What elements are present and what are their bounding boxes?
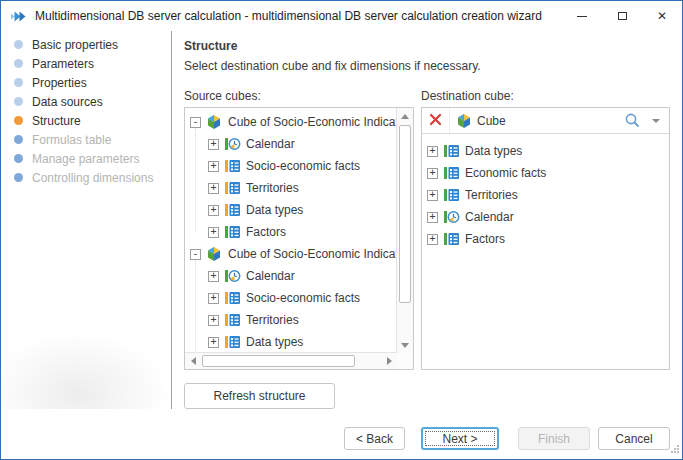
tree-item[interactable]: +Factors <box>422 228 669 250</box>
tree-item[interactable]: +Calendar <box>185 133 397 155</box>
sidebar-divider <box>171 31 172 409</box>
tree-item-label: Data types <box>246 335 303 349</box>
tree-item[interactable]: +Territories <box>185 177 397 199</box>
tree-item[interactable]: +Data types <box>185 199 397 221</box>
tree-item-label: Factors <box>465 232 505 246</box>
expand-toggle[interactable]: + <box>427 190 438 201</box>
calendar-dimension-icon <box>443 209 460 225</box>
dimension-icon <box>224 224 241 240</box>
sidebar-item-parameters[interactable]: Parameters <box>1 54 171 73</box>
close-button[interactable]: ✕ <box>642 1 682 31</box>
maximize-icon <box>618 12 627 20</box>
cube-icon <box>456 113 472 129</box>
cancel-button[interactable]: Cancel <box>598 427 670 450</box>
expand-toggle[interactable]: + <box>427 146 438 157</box>
back-button[interactable]: < Back <box>344 427 405 450</box>
sidebar-item-structure[interactable]: Structure <box>1 111 171 130</box>
expand-toggle[interactable]: + <box>427 168 438 179</box>
horizontal-scrollbar[interactable] <box>185 352 397 369</box>
arrow-down-icon <box>401 343 409 348</box>
tree-item-label: Territories <box>246 181 299 195</box>
maximize-button[interactable] <box>602 1 642 31</box>
tree-item[interactable]: +Calendar <box>422 206 669 228</box>
expand-toggle[interactable]: + <box>208 271 219 282</box>
destination-cube-tree[interactable]: +Data types+Economic facts+Territories+C… <box>422 134 669 250</box>
scroll-up-button[interactable] <box>397 108 413 124</box>
dimension-icon <box>443 143 460 159</box>
destination-cube-panel: Cube +Data types+Economic facts+Territor… <box>421 107 670 370</box>
source-cubes-label: Source cubes: <box>184 89 261 103</box>
collapse-toggle[interactable]: - <box>190 249 201 260</box>
resize-grip[interactable] <box>670 442 679 456</box>
chevron-down-icon[interactable] <box>652 119 660 123</box>
title-bar: Multidimensional DB server calculation -… <box>1 1 682 31</box>
sidebar-item-label: Data sources <box>32 95 103 109</box>
dimension-icon <box>443 187 460 203</box>
minimize-button[interactable] <box>562 1 602 31</box>
tree-item[interactable]: +Socio-economic facts <box>185 287 397 309</box>
tree-item[interactable]: +Calendar <box>185 265 397 287</box>
step-bullet-icon <box>14 40 23 49</box>
tree-item[interactable]: +Data types <box>185 331 397 353</box>
search-icon[interactable] <box>624 112 641 132</box>
expand-toggle[interactable]: + <box>208 205 219 216</box>
dimension-icon <box>224 202 241 218</box>
expand-toggle[interactable]: + <box>208 139 219 150</box>
tree-item-label: Data types <box>246 203 303 217</box>
calendar-dimension-icon <box>224 268 241 284</box>
expand-toggle[interactable]: + <box>208 183 219 194</box>
tree-item[interactable]: +Territories <box>185 309 397 331</box>
collapse-toggle[interactable]: - <box>190 117 201 128</box>
vertical-scrollbar[interactable] <box>396 108 413 353</box>
scrollbar-corner <box>397 353 413 369</box>
tree-item-label: Calendar <box>246 137 295 151</box>
tree-item[interactable]: -Cube of Socio-Economic Indicators <box>185 111 397 133</box>
destination-cube-combo[interactable]: Cube <box>422 108 669 134</box>
tree-item[interactable]: +Data types <box>422 140 669 162</box>
tree-item[interactable]: +Factors <box>185 221 397 243</box>
tree-item[interactable]: +Socio-economic facts <box>185 155 397 177</box>
tree-item[interactable]: -Cube of Socio-Economic Indicators <box>185 243 397 265</box>
sidebar-item-data-sources[interactable]: Data sources <box>1 92 171 111</box>
close-icon: ✕ <box>657 10 667 22</box>
next-button[interactable]: Next > <box>421 427 499 450</box>
dimension-icon <box>224 334 241 350</box>
expand-toggle[interactable]: + <box>208 161 219 172</box>
arrow-up-icon <box>401 114 409 119</box>
refresh-structure-button[interactable]: Refresh structure <box>184 383 335 409</box>
scroll-right-button[interactable] <box>381 353 397 369</box>
vertical-scroll-thumb[interactable] <box>399 125 411 303</box>
tree-item-label: Territories <box>465 188 518 202</box>
sidebar-item-manage-parameters[interactable]: Manage parameters <box>1 149 171 168</box>
tree-item[interactable]: +Economic facts <box>422 162 669 184</box>
tree-item[interactable]: +Territories <box>422 184 669 206</box>
sidebar-item-label: Parameters <box>32 57 94 71</box>
tree-item-label: Cube of Socio-Economic Indicators <box>228 115 397 129</box>
expand-toggle[interactable]: + <box>427 234 438 245</box>
scroll-down-button[interactable] <box>397 337 413 353</box>
source-cubes-tree[interactable]: -Cube of Socio-Economic Indicators+Calen… <box>185 108 397 353</box>
horizontal-scroll-thumb[interactable] <box>202 355 355 367</box>
step-bullet-icon <box>14 78 23 87</box>
sidebar-item-formulas-table[interactable]: Formulas table <box>1 130 171 149</box>
dimension-icon <box>224 290 241 306</box>
sidebar-item-controlling-dimensions[interactable]: Controlling dimensions <box>1 168 171 187</box>
tree-item-label: Economic facts <box>465 166 546 180</box>
tree-item-label: Data types <box>465 144 522 158</box>
destination-cube-label: Destination cube: <box>421 89 514 103</box>
page-subtitle: Select destination cube and fix dimensio… <box>184 59 481 73</box>
expand-toggle[interactable]: + <box>208 315 219 326</box>
expand-toggle[interactable]: + <box>427 212 438 223</box>
expand-toggle[interactable]: + <box>208 337 219 348</box>
scroll-left-button[interactable] <box>185 353 201 369</box>
sidebar-item-basic-properties[interactable]: Basic properties <box>1 35 171 54</box>
tree-children: +Calendar+Socio-economic facts+Territori… <box>185 133 397 243</box>
expand-toggle[interactable]: + <box>208 227 219 238</box>
tree-item-label: Territories <box>246 313 299 327</box>
step-bullet-icon <box>14 135 23 144</box>
expand-toggle[interactable]: + <box>208 293 219 304</box>
sidebar-item-properties[interactable]: Properties <box>1 73 171 92</box>
step-bullet-icon <box>14 97 23 106</box>
clear-cube-button[interactable] <box>422 108 450 133</box>
step-bullet-icon <box>14 154 23 163</box>
